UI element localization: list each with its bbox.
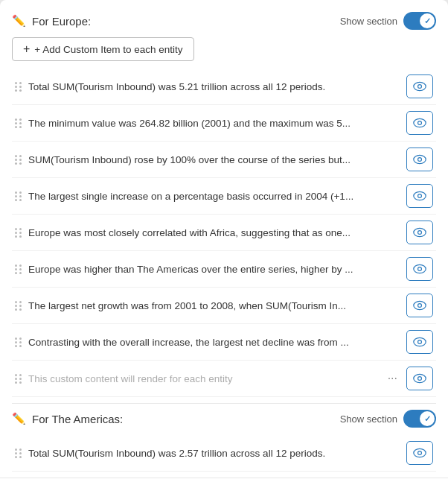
drag-handle-icon[interactable]: [15, 118, 22, 128]
eye-icon: [413, 448, 426, 458]
svg-point-9: [418, 231, 422, 235]
svg-point-11: [418, 267, 422, 271]
svg-point-0: [414, 82, 426, 90]
svg-point-1: [418, 85, 422, 89]
visibility-toggle-button[interactable]: [406, 148, 433, 171]
svg-point-4: [414, 155, 426, 163]
svg-point-7: [418, 194, 422, 198]
modal: ✏️ For Europe: Show section ✓ +: [0, 0, 448, 482]
item-text: The largest net growth was from 2001 to …: [28, 300, 400, 311]
section-divider: [12, 403, 436, 404]
toggle-americas[interactable]: ✓: [403, 410, 436, 428]
custom-item-options-button[interactable]: ···: [385, 372, 400, 385]
eye-icon: [413, 337, 426, 347]
section-title-americas: ✏️ For The Americas:: [12, 412, 123, 425]
drag-handle-icon[interactable]: [15, 374, 22, 384]
item-text: Total SUM(Tourism Inbound) was 2.57 tril…: [28, 448, 400, 459]
visibility-toggle-button[interactable]: [406, 184, 433, 208]
svg-point-2: [414, 118, 426, 127]
svg-point-17: [418, 377, 422, 381]
list-item: The minimum value was 264.82 billion (20…: [12, 105, 436, 142]
eye-icon: [413, 264, 426, 274]
item-text: Europe was most closely correlated with …: [28, 227, 400, 238]
section-title-europe: ✏️ For Europe:: [12, 14, 91, 28]
add-custom-item-button[interactable]: + + Add Custom Item to each entity: [12, 37, 194, 61]
drag-handle-icon[interactable]: [15, 301, 22, 311]
drag-handle-icon[interactable]: [15, 228, 22, 238]
visibility-toggle-button[interactable]: [406, 441, 433, 465]
visibility-toggle-button[interactable]: [406, 330, 433, 354]
show-section-group-americas: Show section ✓: [340, 410, 436, 428]
list-item: Contrasting with the overall increase, t…: [12, 324, 436, 361]
item-text: Contrasting with the overall increase, t…: [28, 337, 400, 348]
visibility-toggle-button[interactable]: [406, 367, 433, 390]
drag-handle-icon[interactable]: [15, 155, 22, 165]
visibility-toggle-button[interactable]: [406, 294, 433, 317]
item-text: The minimum value was 264.82 billion (20…: [28, 118, 400, 129]
edit-icon: ✏️: [12, 14, 26, 28]
svg-point-10: [414, 264, 426, 273]
svg-point-14: [414, 337, 426, 346]
item-text: The largest single increase on a percent…: [28, 191, 400, 202]
eye-icon: [413, 227, 426, 238]
section-americas: ✏️ For The Americas: Show section ✓: [12, 410, 436, 472]
svg-point-8: [414, 228, 426, 236]
toggle-europe[interactable]: ✓: [403, 12, 436, 30]
add-button-label: + Add Custom Item to each entity: [34, 44, 182, 55]
show-section-group-europe: Show section ✓: [340, 12, 436, 30]
list-item: Total SUM(Tourism Inbound) was 5.21 tril…: [12, 69, 436, 105]
svg-point-3: [418, 121, 422, 125]
edit-icon: ✏️: [12, 412, 26, 425]
section-label-americas: For The Americas:: [32, 413, 123, 425]
custom-item-placeholder-text: This custom content will render for each…: [28, 373, 379, 384]
custom-list-item: This custom content will render for each…: [12, 361, 436, 397]
eye-icon: [413, 81, 426, 92]
item-text: Europe was higher than The Americas over…: [28, 264, 400, 275]
show-section-label-americas: Show section: [340, 413, 397, 425]
eye-icon: [413, 118, 426, 128]
visibility-toggle-button[interactable]: [406, 221, 433, 244]
svg-point-5: [418, 158, 422, 162]
svg-point-12: [414, 301, 426, 309]
toggle-check-icon: ✓: [424, 414, 431, 424]
eye-icon: [413, 300, 426, 311]
section-header-europe: ✏️ For Europe: Show section ✓: [12, 12, 436, 30]
visibility-toggle-button[interactable]: [406, 111, 433, 135]
toggle-check-icon: ✓: [424, 16, 431, 26]
eye-icon: [413, 191, 426, 201]
list-item: SUM(Tourism Inbound) rose by 100% over t…: [12, 142, 436, 178]
list-item: The largest net growth was from 2001 to …: [12, 288, 436, 324]
item-text: Total SUM(Tourism Inbound) was 5.21 tril…: [28, 81, 400, 92]
svg-point-18: [414, 448, 426, 457]
list-item: Total SUM(Tourism Inbound) was 2.57 tril…: [12, 435, 436, 472]
list-item: Europe was most closely correlated with …: [12, 215, 436, 251]
drag-handle-icon[interactable]: [15, 82, 22, 92]
drag-handle-icon[interactable]: [15, 337, 22, 347]
plus-icon: +: [23, 42, 30, 56]
svg-point-6: [414, 191, 426, 200]
section-header-americas: ✏️ For The Americas: Show section ✓: [12, 410, 436, 428]
svg-point-19: [418, 451, 422, 455]
eye-icon: [413, 154, 426, 165]
drag-handle-icon[interactable]: [15, 448, 22, 458]
item-text: SUM(Tourism Inbound) rose by 100% over t…: [28, 154, 400, 165]
section-label-europe: For Europe:: [32, 15, 91, 28]
drag-handle-icon[interactable]: [15, 264, 22, 274]
visibility-toggle-button[interactable]: [406, 74, 433, 98]
visibility-toggle-button[interactable]: [406, 257, 433, 281]
svg-point-16: [414, 374, 426, 382]
svg-point-15: [418, 340, 422, 344]
show-section-label-europe: Show section: [340, 16, 397, 27]
list-item: Europe was higher than The Americas over…: [12, 251, 436, 288]
section-europe: ✏️ For Europe: Show section ✓ +: [12, 12, 436, 397]
modal-body: ✏️ For Europe: Show section ✓ +: [0, 0, 448, 478]
list-item: The largest single increase on a percent…: [12, 178, 436, 215]
modal-footer: Cancel Save: [0, 478, 448, 482]
eye-icon: [413, 373, 426, 384]
svg-point-13: [418, 304, 422, 308]
drag-handle-icon[interactable]: [15, 191, 22, 201]
